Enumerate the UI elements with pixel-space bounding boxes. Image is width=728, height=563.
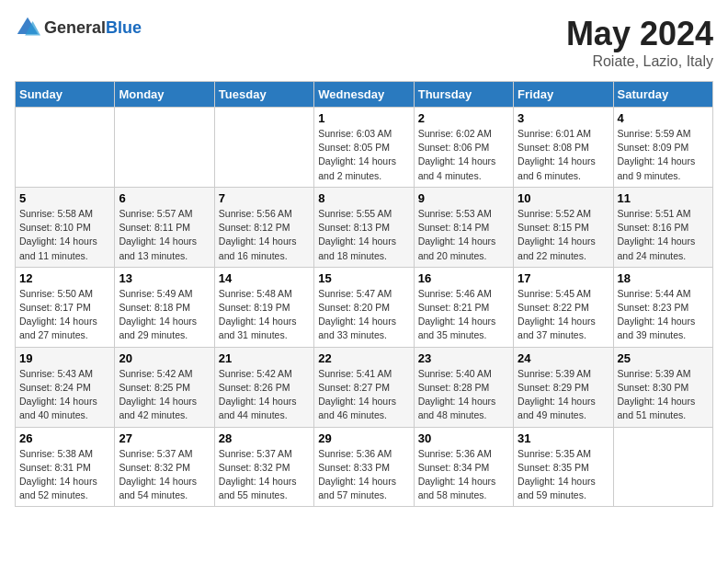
day-cell: 21Sunrise: 5:42 AMSunset: 8:26 PMDayligh… (214, 347, 313, 427)
day-number: 1 (318, 111, 409, 125)
day-info: Sunrise: 5:45 AMSunset: 8:22 PMDaylight:… (518, 287, 609, 343)
day-info: Sunrise: 6:01 AMSunset: 8:08 PMDaylight:… (518, 127, 609, 183)
logo-general: General (44, 18, 106, 37)
day-cell: 2Sunrise: 6:02 AMSunset: 8:06 PMDaylight… (414, 108, 513, 188)
day-cell (115, 108, 214, 188)
day-cell: 28Sunrise: 5:37 AMSunset: 8:32 PMDayligh… (214, 427, 313, 507)
header-sunday: Sunday (16, 82, 115, 108)
day-info: Sunrise: 5:57 AMSunset: 8:11 PMDaylight:… (119, 207, 210, 263)
day-cell: 7Sunrise: 5:56 AMSunset: 8:12 PMDaylight… (214, 187, 313, 267)
day-cell: 14Sunrise: 5:48 AMSunset: 8:19 PMDayligh… (214, 267, 313, 347)
day-number: 22 (318, 351, 409, 365)
day-info: Sunrise: 5:42 AMSunset: 8:25 PMDaylight:… (119, 367, 210, 423)
day-number: 25 (618, 351, 709, 365)
day-info: Sunrise: 5:40 AMSunset: 8:28 PMDaylight:… (418, 367, 509, 423)
header-saturday: Saturday (613, 82, 712, 108)
day-number: 10 (518, 191, 609, 205)
day-cell: 16Sunrise: 5:46 AMSunset: 8:21 PMDayligh… (414, 267, 513, 347)
day-cell: 29Sunrise: 5:36 AMSunset: 8:33 PMDayligh… (314, 427, 414, 507)
header-monday: Monday (115, 82, 214, 108)
day-info: Sunrise: 5:36 AMSunset: 8:34 PMDaylight:… (418, 447, 509, 503)
week-row-1: 1Sunrise: 6:03 AMSunset: 8:05 PMDaylight… (16, 108, 713, 188)
day-info: Sunrise: 5:44 AMSunset: 8:23 PMDaylight:… (618, 287, 709, 343)
logo-blue: Blue (106, 18, 142, 37)
day-cell: 25Sunrise: 5:39 AMSunset: 8:30 PMDayligh… (613, 347, 712, 427)
day-cell: 3Sunrise: 6:01 AMSunset: 8:08 PMDaylight… (514, 108, 613, 188)
day-info: Sunrise: 5:53 AMSunset: 8:14 PMDaylight:… (418, 207, 509, 263)
day-cell: 23Sunrise: 5:40 AMSunset: 8:28 PMDayligh… (414, 347, 513, 427)
day-number: 12 (19, 271, 110, 285)
day-info: Sunrise: 5:50 AMSunset: 8:17 PMDaylight:… (19, 287, 110, 343)
day-number: 23 (418, 351, 509, 365)
day-info: Sunrise: 5:43 AMSunset: 8:24 PMDaylight:… (19, 367, 110, 423)
day-cell (16, 108, 115, 188)
day-number: 31 (518, 431, 609, 445)
week-row-2: 5Sunrise: 5:58 AMSunset: 8:10 PMDaylight… (16, 187, 713, 267)
day-info: Sunrise: 5:37 AMSunset: 8:32 PMDaylight:… (219, 447, 310, 503)
day-number: 24 (518, 351, 609, 365)
day-number: 6 (119, 191, 210, 205)
day-cell: 27Sunrise: 5:37 AMSunset: 8:32 PMDayligh… (115, 427, 214, 507)
day-info: Sunrise: 5:56 AMSunset: 8:12 PMDaylight:… (219, 207, 310, 263)
day-cell: 11Sunrise: 5:51 AMSunset: 8:16 PMDayligh… (613, 187, 712, 267)
day-number: 7 (219, 191, 310, 205)
day-number: 8 (318, 191, 409, 205)
day-cell: 13Sunrise: 5:49 AMSunset: 8:18 PMDayligh… (115, 267, 214, 347)
day-info: Sunrise: 6:02 AMSunset: 8:06 PMDaylight:… (418, 127, 509, 183)
day-cell: 20Sunrise: 5:42 AMSunset: 8:25 PMDayligh… (115, 347, 214, 427)
header-thursday: Thursday (414, 82, 513, 108)
day-cell: 24Sunrise: 5:39 AMSunset: 8:29 PMDayligh… (514, 347, 613, 427)
page-header: GeneralBlue May 2024 Roiate, Lazio, Ital… (15, 15, 713, 70)
header-tuesday: Tuesday (214, 82, 313, 108)
day-info: Sunrise: 5:59 AMSunset: 8:09 PMDaylight:… (618, 127, 709, 183)
day-info: Sunrise: 6:03 AMSunset: 8:05 PMDaylight:… (318, 127, 409, 183)
day-number: 21 (219, 351, 310, 365)
logo-icon (15, 15, 40, 40)
day-number: 5 (19, 191, 110, 205)
week-row-4: 19Sunrise: 5:43 AMSunset: 8:24 PMDayligh… (16, 347, 713, 427)
day-cell: 1Sunrise: 6:03 AMSunset: 8:05 PMDaylight… (314, 108, 414, 188)
day-cell: 8Sunrise: 5:55 AMSunset: 8:13 PMDaylight… (314, 187, 414, 267)
day-cell: 26Sunrise: 5:38 AMSunset: 8:31 PMDayligh… (16, 427, 115, 507)
day-info: Sunrise: 5:39 AMSunset: 8:30 PMDaylight:… (618, 367, 709, 423)
day-info: Sunrise: 5:41 AMSunset: 8:27 PMDaylight:… (318, 367, 409, 423)
day-cell: 4Sunrise: 5:59 AMSunset: 8:09 PMDaylight… (613, 108, 712, 188)
day-info: Sunrise: 5:37 AMSunset: 8:32 PMDaylight:… (119, 447, 210, 503)
day-number: 27 (119, 431, 210, 445)
day-number: 2 (418, 111, 509, 125)
day-info: Sunrise: 5:51 AMSunset: 8:16 PMDaylight:… (618, 207, 709, 263)
day-cell: 9Sunrise: 5:53 AMSunset: 8:14 PMDaylight… (414, 187, 513, 267)
location-title: Roiate, Lazio, Italy (566, 53, 713, 70)
day-info: Sunrise: 5:58 AMSunset: 8:10 PMDaylight:… (19, 207, 110, 263)
day-cell: 10Sunrise: 5:52 AMSunset: 8:15 PMDayligh… (514, 187, 613, 267)
day-number: 17 (518, 271, 609, 285)
day-cell: 12Sunrise: 5:50 AMSunset: 8:17 PMDayligh… (16, 267, 115, 347)
calendar-table: SundayMondayTuesdayWednesdayThursdayFrid… (15, 81, 713, 507)
day-cell: 6Sunrise: 5:57 AMSunset: 8:11 PMDaylight… (115, 187, 214, 267)
day-number: 11 (618, 191, 709, 205)
day-info: Sunrise: 5:47 AMSunset: 8:20 PMDaylight:… (318, 287, 409, 343)
day-number: 19 (19, 351, 110, 365)
day-number: 4 (618, 111, 709, 125)
week-row-3: 12Sunrise: 5:50 AMSunset: 8:17 PMDayligh… (16, 267, 713, 347)
day-info: Sunrise: 5:42 AMSunset: 8:26 PMDaylight:… (219, 367, 310, 423)
header-friday: Friday (514, 82, 613, 108)
day-number: 26 (19, 431, 110, 445)
day-cell (214, 108, 313, 188)
day-info: Sunrise: 5:38 AMSunset: 8:31 PMDaylight:… (19, 447, 110, 503)
title-block: May 2024 Roiate, Lazio, Italy (566, 15, 713, 70)
month-title: May 2024 (566, 15, 713, 53)
day-number: 16 (418, 271, 509, 285)
day-cell: 19Sunrise: 5:43 AMSunset: 8:24 PMDayligh… (16, 347, 115, 427)
day-cell: 22Sunrise: 5:41 AMSunset: 8:27 PMDayligh… (314, 347, 414, 427)
day-number: 15 (318, 271, 409, 285)
day-number: 30 (418, 431, 509, 445)
day-number: 9 (418, 191, 509, 205)
header-wednesday: Wednesday (314, 82, 414, 108)
day-cell: 31Sunrise: 5:35 AMSunset: 8:35 PMDayligh… (514, 427, 613, 507)
day-cell: 15Sunrise: 5:47 AMSunset: 8:20 PMDayligh… (314, 267, 414, 347)
day-number: 13 (119, 271, 210, 285)
day-info: Sunrise: 5:46 AMSunset: 8:21 PMDaylight:… (418, 287, 509, 343)
day-number: 18 (618, 271, 709, 285)
day-number: 29 (318, 431, 409, 445)
